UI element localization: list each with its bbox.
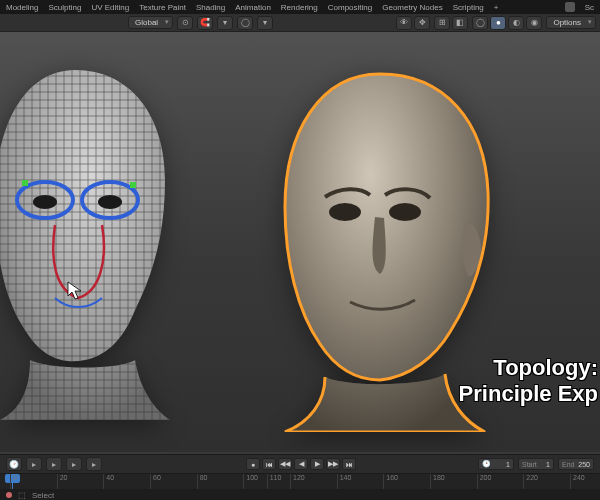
status-mode-label: Select — [32, 491, 54, 500]
timeline-tick: 0 — [10, 474, 17, 489]
workspace-tab-animation[interactable]: Animation — [235, 3, 271, 12]
mesh-head-wireframe — [0, 60, 190, 420]
timeline-tick: 180 — [430, 474, 445, 489]
timeline-ruler[interactable]: 020406080100110120140160180200220240 — [0, 473, 600, 489]
current-frame-field[interactable]: 🕑 1 — [478, 458, 514, 470]
play-reverse-button[interactable]: ◀ — [294, 458, 308, 470]
current-frame-value: 1 — [506, 461, 510, 468]
end-frame-field[interactable]: End 250 — [558, 458, 594, 470]
workspace-tab-shading[interactable]: Shading — [196, 3, 225, 12]
proportional-edit-toggle[interactable]: ◯ — [237, 16, 253, 30]
caption-line-1: Topology: — [459, 355, 598, 380]
svg-point-6 — [329, 203, 361, 221]
viewport-options-label: Options — [553, 18, 581, 27]
timeline-tick: 220 — [523, 474, 538, 489]
timeline-editor-type-icon[interactable]: 🕑 — [6, 457, 22, 471]
workspace-tab-add[interactable]: + — [494, 3, 499, 12]
snap-toggle[interactable]: 🧲 — [197, 16, 213, 30]
viewport-options-dropdown[interactable]: Options — [546, 16, 596, 29]
autokey-toggle[interactable]: ● — [246, 458, 260, 470]
svg-rect-4 — [22, 180, 28, 186]
shading-wireframe-icon[interactable]: ◯ — [472, 16, 488, 30]
timeline-tick: 120 — [290, 474, 305, 489]
status-bar: ⬚ Select — [0, 489, 600, 500]
viewport-3d[interactable]: Topology: Principle Exp — [0, 32, 600, 452]
keyframe-prev-button[interactable]: ◀◀ — [278, 458, 292, 470]
timeline-playback-dropdown[interactable]: ▸ — [26, 457, 42, 471]
workspace-tabs: Modeling Sculpting UV Editing Texture Pa… — [0, 0, 600, 14]
caption-line-2: Principle Exp — [459, 381, 598, 406]
shading-matprev-icon[interactable]: ◐ — [508, 16, 524, 30]
video-caption: Topology: Principle Exp — [459, 355, 600, 406]
workspace-tab-scripting[interactable]: Scripting — [453, 3, 484, 12]
svg-point-7 — [389, 203, 421, 221]
tool-header: Global ⊙ 🧲 ▾ ◯ ▾ 👁 ✥ ⊞ ◧ ◯ ● ◐ ◉ Options — [0, 14, 600, 32]
timeline-view-dropdown[interactable]: ▸ — [66, 457, 82, 471]
overlay-dropdown-icon[interactable]: ⊞ — [434, 16, 450, 30]
xray-toggle-icon[interactable]: ◧ — [452, 16, 468, 30]
timeline-tick: 40 — [103, 474, 114, 489]
svg-point-2 — [33, 195, 57, 209]
shading-cluster: ◯ ● ◐ ◉ — [472, 16, 542, 30]
snap-type-dropdown[interactable]: ▾ — [217, 16, 233, 30]
timeline-tick: 200 — [477, 474, 492, 489]
end-frame-label: End — [562, 461, 574, 468]
timeline-marker-dropdown[interactable]: ▸ — [86, 457, 102, 471]
pivot-icon[interactable]: ⊙ — [177, 16, 193, 30]
timeline-tick: 100 — [243, 474, 258, 489]
workspace-tab-geonodes[interactable]: Geometry Nodes — [382, 3, 442, 12]
timeline-panel: 🕑 ▸ ▸ ▸ ▸ ● ⏮ ◀◀ ◀ ▶ ▶▶ ⏭ 🕑 1 Start 1 En… — [0, 454, 600, 500]
shading-solid-icon[interactable]: ● — [490, 16, 506, 30]
timeline-tick: 80 — [197, 474, 208, 489]
current-frame-icon: 🕑 — [482, 460, 491, 468]
start-frame-label: Start — [522, 461, 537, 468]
timeline-tick: 240 — [570, 474, 585, 489]
proportional-falloff-dropdown[interactable]: ▾ — [257, 16, 273, 30]
keyframe-next-button[interactable]: ▶▶ — [326, 458, 340, 470]
workspace-tab-rendering[interactable]: Rendering — [281, 3, 318, 12]
scene-label: Sc — [585, 3, 594, 12]
toggle-gizmo-icon[interactable]: ✥ — [414, 16, 430, 30]
status-record-icon — [6, 492, 12, 498]
jump-end-button[interactable]: ⏭ — [342, 458, 356, 470]
workspace-tab-compositing[interactable]: Compositing — [328, 3, 372, 12]
svg-rect-5 — [130, 182, 136, 188]
timeline-tick: 20 — [57, 474, 68, 489]
start-frame-value: 1 — [546, 461, 550, 468]
workspace-tab-modeling[interactable]: Modeling — [6, 3, 38, 12]
workspace-tab-sculpting[interactable]: Sculpting — [48, 3, 81, 12]
timeline-tick: 140 — [337, 474, 352, 489]
timeline-tick: 60 — [150, 474, 161, 489]
timeline-tick: 110 — [267, 474, 282, 489]
play-button[interactable]: ▶ — [310, 458, 324, 470]
timeline-keying-dropdown[interactable]: ▸ — [46, 457, 62, 471]
timeline-tick: 160 — [383, 474, 398, 489]
gizmo-cluster: 👁 ✥ — [396, 16, 430, 30]
overlay-cluster: ⊞ ◧ — [434, 16, 468, 30]
start-frame-field[interactable]: Start 1 — [518, 458, 554, 470]
end-frame-value: 250 — [578, 461, 590, 468]
transform-orientation-value: Global — [135, 18, 158, 27]
svg-point-3 — [98, 195, 122, 209]
scene-icon[interactable] — [565, 2, 575, 12]
workspace-tab-uv[interactable]: UV Editing — [91, 3, 129, 12]
workspace-tab-texturepaint[interactable]: Texture Paint — [139, 3, 186, 12]
jump-start-button[interactable]: ⏮ — [262, 458, 276, 470]
timeline-header: 🕑 ▸ ▸ ▸ ▸ ● ⏮ ◀◀ ◀ ▶ ▶▶ ⏭ 🕑 1 Start 1 En… — [0, 455, 600, 473]
shading-rendered-icon[interactable]: ◉ — [526, 16, 542, 30]
transform-orientation-dropdown[interactable]: Global — [128, 16, 173, 29]
toggle-overlay-icon[interactable]: 👁 — [396, 16, 412, 30]
playback-controls: ● ⏮ ◀◀ ◀ ▶ ▶▶ ⏭ — [246, 458, 356, 470]
